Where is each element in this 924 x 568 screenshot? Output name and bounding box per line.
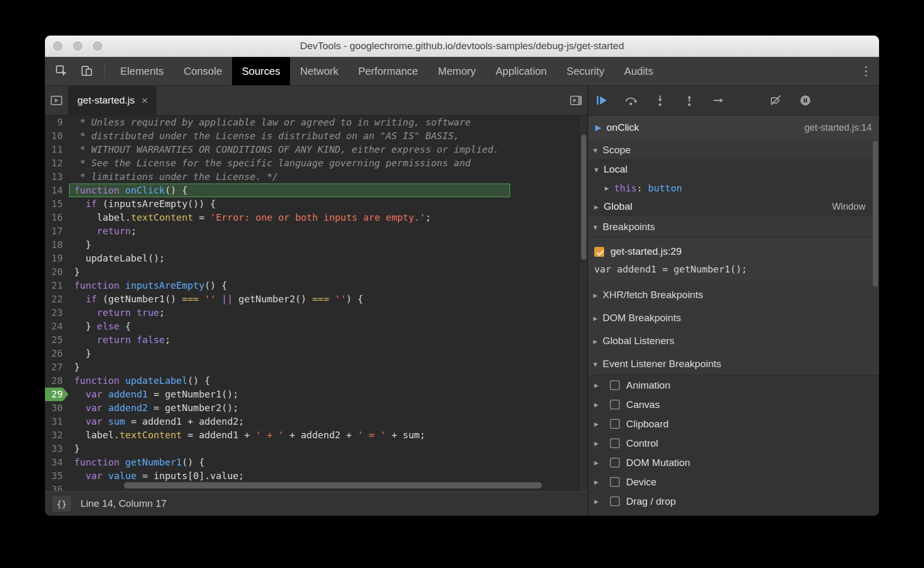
toggle-sidebar-button[interactable] xyxy=(564,86,587,115)
code-text[interactable]: * WITHOUT WARRANTIES OR CONDITIONS OF AN… xyxy=(69,143,587,156)
line-number[interactable]: 36 xyxy=(45,483,69,491)
line-number[interactable]: 31 xyxy=(45,415,69,428)
line-number[interactable]: 24 xyxy=(45,320,69,333)
call-frame-row[interactable]: onClick get-started.js:14 xyxy=(588,116,879,140)
code-text[interactable]: if (getNumber1() === '' || getNumber2() … xyxy=(69,292,587,306)
code-editor[interactable]: 9 * Unless required by applicable law or… xyxy=(45,116,587,491)
code-text[interactable]: var addend1 = getNumber1(); xyxy=(69,388,587,401)
expand-triangle-icon[interactable] xyxy=(594,202,604,212)
line-number[interactable]: 22 xyxy=(45,292,69,306)
code-text[interactable]: function updateLabel() { xyxy=(69,374,587,388)
code-text[interactable]: } xyxy=(69,360,587,374)
code-text[interactable]: * Unless required by applicable law or a… xyxy=(69,116,587,129)
code-text[interactable]: function inputsAreEmpty() { xyxy=(69,279,587,292)
event-checkbox[interactable] xyxy=(610,438,620,448)
code-text[interactable]: } xyxy=(69,265,587,279)
close-tab-icon[interactable]: × xyxy=(142,94,148,107)
line-number[interactable]: 30 xyxy=(45,401,69,415)
line-number[interactable]: 13 xyxy=(45,170,69,184)
code-text[interactable]: label.textContent = addend1 + ' + ' + ad… xyxy=(69,428,587,442)
breakpoint-marker[interactable]: 29 xyxy=(45,388,69,401)
line-number[interactable]: 16 xyxy=(45,211,69,224)
line-number[interactable]: 26 xyxy=(45,347,69,360)
code-text[interactable]: } xyxy=(69,347,587,360)
event-item-canvas[interactable]: Canvas xyxy=(588,395,879,414)
expand-triangle-icon[interactable] xyxy=(594,477,604,487)
tab-network[interactable]: Network xyxy=(290,57,348,85)
line-number[interactable]: 27 xyxy=(45,360,69,374)
line-number[interactable]: 21 xyxy=(45,279,69,292)
tab-application[interactable]: Application xyxy=(486,57,557,85)
code-text[interactable]: } else { xyxy=(69,320,587,333)
line-number[interactable]: 18 xyxy=(45,238,69,252)
tab-console[interactable]: Console xyxy=(174,57,232,85)
deactivate-breakpoints-button[interactable] xyxy=(769,93,783,108)
code-text[interactable]: function getNumber1() { xyxy=(69,456,587,469)
code-text[interactable]: return false; xyxy=(69,333,587,347)
pause-on-exceptions-button[interactable] xyxy=(798,93,813,108)
resume-button[interactable] xyxy=(594,93,609,108)
breakpoint-entry[interactable]: get-started.js:29 var addend1 = getNumbe… xyxy=(588,237,879,283)
tab-elements[interactable]: Elements xyxy=(110,57,174,85)
section-event-listener-breakpoints[interactable]: Event Listener Breakpoints xyxy=(588,353,879,376)
step-out-button[interactable] xyxy=(682,93,697,108)
line-number[interactable]: 11 xyxy=(45,143,69,156)
sidebar-scrollbar-thumb[interactable] xyxy=(873,141,878,287)
titlebar[interactable]: DevTools - googlechrome.github.io/devtoo… xyxy=(45,36,879,57)
event-checkbox[interactable] xyxy=(610,477,620,487)
line-number[interactable]: 10 xyxy=(45,129,69,143)
line-number[interactable]: 19 xyxy=(45,252,69,265)
code-text[interactable]: return; xyxy=(69,224,587,238)
device-toolbar-button[interactable] xyxy=(74,57,99,85)
expand-triangle-icon[interactable] xyxy=(594,419,604,429)
expand-triangle-icon[interactable] xyxy=(594,380,604,390)
event-checkbox[interactable] xyxy=(610,496,620,506)
code-text[interactable]: * limitations under the License. */ xyxy=(69,170,587,184)
line-number[interactable]: 15 xyxy=(45,197,69,211)
line-number[interactable]: 9 xyxy=(45,116,69,129)
tab-memory[interactable]: Memory xyxy=(428,57,486,85)
tab-audits[interactable]: Audits xyxy=(614,57,663,85)
line-number[interactable]: 32 xyxy=(45,428,69,442)
event-checkbox[interactable] xyxy=(610,380,620,390)
code-text[interactable]: function onClick() { xyxy=(69,184,510,197)
code-text[interactable]: return true; xyxy=(69,306,587,320)
breakpoint-checkbox[interactable] xyxy=(594,247,604,257)
pretty-print-button[interactable]: {} xyxy=(52,496,71,512)
horizontal-scrollbar-thumb[interactable] xyxy=(124,482,542,489)
code-text[interactable]: * See the License for the specific langu… xyxy=(69,156,587,170)
show-navigator-button[interactable] xyxy=(45,86,68,115)
line-number[interactable]: 35 xyxy=(45,469,69,483)
inspect-element-button[interactable] xyxy=(49,57,74,85)
section-scope[interactable]: Scope xyxy=(588,140,879,160)
event-item-clipboard[interactable]: Clipboard xyxy=(588,414,879,434)
section-global-listeners[interactable]: Global Listeners xyxy=(588,330,879,353)
line-number[interactable]: 34 xyxy=(45,456,69,469)
expand-triangle-icon[interactable] xyxy=(594,438,604,448)
section-xhr-fetch-breakpoints[interactable]: XHR/fetch Breakpoints xyxy=(588,283,879,306)
event-item-drag-drop[interactable]: Drag / drop xyxy=(588,492,879,511)
scope-global-row[interactable]: Global Window xyxy=(588,197,879,217)
more-options-button[interactable] xyxy=(853,57,879,85)
file-tab-get-started[interactable]: get-started.js × xyxy=(68,86,156,115)
section-dom-breakpoints[interactable]: DOM Breakpoints xyxy=(588,306,879,330)
step-over-button[interactable] xyxy=(623,93,638,108)
event-item-animation[interactable]: Animation xyxy=(588,376,879,395)
event-checkbox[interactable] xyxy=(610,419,620,429)
expand-triangle-icon[interactable] xyxy=(594,496,604,506)
code-text[interactable]: label.textContent = 'Error: one or both … xyxy=(69,211,587,224)
line-number[interactable]: 20 xyxy=(45,265,69,279)
code-text[interactable]: } xyxy=(69,238,587,252)
code-text[interactable]: } xyxy=(69,442,587,456)
tab-performance[interactable]: Performance xyxy=(349,57,429,85)
line-number[interactable]: 33 xyxy=(45,442,69,456)
line-number[interactable]: 14 xyxy=(45,184,69,197)
line-number[interactable]: 17 xyxy=(45,224,69,238)
expand-triangle-icon[interactable] xyxy=(605,183,614,193)
line-number[interactable]: 23 xyxy=(45,306,69,320)
editor-vertical-scrollbar[interactable] xyxy=(579,116,587,491)
code-text[interactable]: var value = inputs[0].value; xyxy=(69,469,587,483)
code-text[interactable]: if (inputsAreEmpty()) { xyxy=(69,197,587,211)
line-number[interactable]: 25 xyxy=(45,333,69,347)
step-button[interactable] xyxy=(711,93,726,108)
